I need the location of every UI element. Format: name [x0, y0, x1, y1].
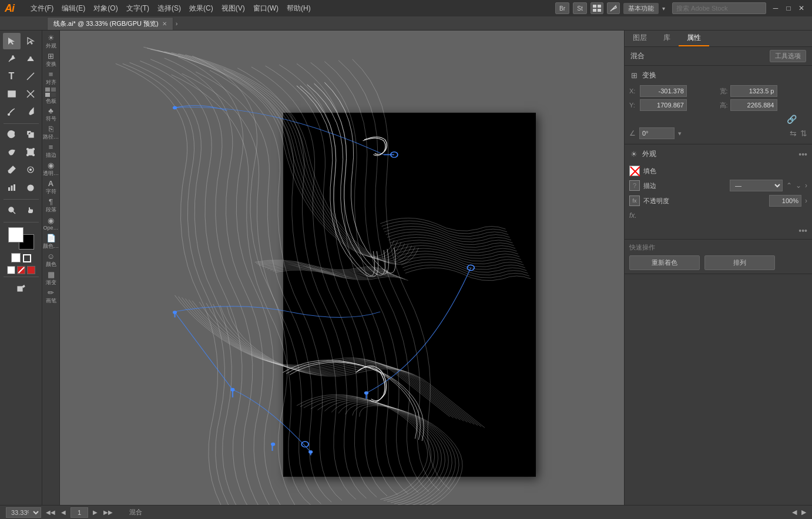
swatch-white[interactable] [7, 266, 15, 274]
warp-tool[interactable] [3, 144, 21, 160]
bar-chart-tool[interactable] [3, 179, 21, 196]
cp-transform[interactable]: ⊞ 变换 [43, 51, 59, 69]
diagonal-tool[interactable] [22, 86, 39, 102]
type-tool[interactable]: T [3, 68, 21, 85]
cp-transparency[interactable]: ◉ 透明… [43, 160, 59, 178]
flip-v-icon[interactable]: ⇅ [800, 129, 807, 138]
layout-button[interactable] [590, 2, 603, 14]
cp-paragraph[interactable]: ¶ 段落 [43, 197, 59, 214]
canvas-area[interactable] [60, 31, 624, 505]
swatch-red2[interactable] [27, 266, 35, 274]
cp-appearance[interactable]: ☀ 外观 [43, 33, 59, 50]
pencil-tool[interactable] [3, 103, 21, 120]
next-page-btn[interactable]: ▶ [92, 509, 99, 515]
stock-search-input[interactable] [672, 2, 766, 14]
cp-stroke[interactable]: ≡ 描边 [43, 142, 59, 160]
status-arrow-left[interactable]: ◀ [792, 508, 797, 516]
swatch-red[interactable] [17, 266, 25, 274]
zoom-select[interactable]: 33.33% 50% 100% [6, 507, 41, 518]
pen-tool-button[interactable] [607, 2, 620, 14]
stroke-style-select[interactable]: — [730, 180, 783, 191]
menu-view[interactable]: 视图(V) [218, 2, 249, 15]
scale-tool[interactable] [22, 126, 39, 143]
flip-h-icon[interactable]: ⇆ [790, 129, 797, 138]
w-input[interactable] [730, 85, 777, 97]
stroke-expand-icon[interactable]: › [805, 181, 807, 190]
tab-close-icon[interactable]: ✕ [162, 21, 167, 27]
stroke-icon[interactable] [23, 254, 31, 262]
menu-object[interactable]: 对象(O) [90, 2, 121, 15]
bridge-button[interactable]: Br [555, 2, 569, 14]
cp-brush[interactable]: ✏ 画笔 [43, 288, 59, 305]
stroke-down-icon[interactable]: ⌄ [796, 181, 801, 190]
pie-chart-tool[interactable] [22, 179, 39, 196]
cp-gradient[interactable]: ▦ 渐变 [43, 269, 59, 287]
page-input[interactable] [71, 507, 88, 518]
fill-color-box[interactable] [629, 166, 640, 176]
hand-tool[interactable] [22, 202, 39, 218]
menu-effect[interactable]: 效果(C) [186, 2, 217, 15]
line-tool[interactable] [22, 68, 39, 85]
menu-text[interactable]: 文字(T) [123, 2, 153, 15]
restore-button[interactable]: □ [783, 2, 794, 14]
cp-swatches[interactable]: 色板 [43, 87, 59, 105]
angle-input[interactable] [639, 127, 675, 139]
doc-tab-active[interactable]: 线条.ai* @ 33.33% (RGB/GPU 预览) ✕ [47, 17, 173, 30]
last-page-btn[interactable]: ▶▶ [102, 509, 114, 515]
tab-library[interactable]: 库 [655, 31, 679, 46]
cp-symbols[interactable]: ♣ 符号 [43, 106, 59, 123]
zoom-tool[interactable] [3, 202, 21, 218]
measure-tool[interactable] [22, 161, 39, 178]
menu-select[interactable]: 选择(S) [154, 2, 184, 15]
opacity-input[interactable] [769, 195, 801, 207]
status-arrow-right[interactable]: ▶ [801, 508, 806, 516]
transform-section-header[interactable]: ⊞ 变换 [625, 68, 812, 83]
cp-opentype[interactable]: ◉ Ope… [43, 215, 59, 232]
appearance-dots-menu[interactable]: ••• [798, 150, 807, 159]
curvature-tool[interactable] [22, 50, 39, 67]
fill-icon[interactable] [11, 253, 21, 262]
menu-file[interactable]: 文件(F) [27, 2, 57, 15]
tab-layers[interactable]: 图层 [625, 31, 655, 46]
stroke-color-box[interactable]: ? [629, 180, 640, 191]
appearance-section-header[interactable]: ☀ 外观 ••• [625, 147, 812, 161]
menu-window[interactable]: 窗口(W) [250, 2, 282, 15]
h-input[interactable] [730, 99, 777, 111]
tool-options-button[interactable]: 工具选项 [770, 50, 806, 62]
first-page-btn[interactable]: ◀◀ [45, 509, 56, 515]
cp-align[interactable]: ≡ 对齐 [43, 69, 59, 87]
tab-properties[interactable]: 属性 [679, 31, 709, 46]
link-proportions-icon[interactable]: 🔗 [787, 114, 797, 124]
close-button[interactable]: ✕ [796, 2, 807, 14]
cp-color-guide[interactable]: 📄 颜色… [43, 233, 59, 251]
rotate-tool[interactable] [3, 126, 21, 143]
appear-more-options[interactable]: ••• [798, 226, 807, 235]
y-input[interactable] [640, 99, 687, 111]
paintbrush-tool[interactable] [22, 103, 39, 120]
free-transform-tool[interactable] [22, 144, 39, 160]
foreground-color-box[interactable] [8, 227, 24, 242]
stroke-up-icon[interactable]: ⌃ [786, 181, 792, 190]
minimize-button[interactable]: ─ [770, 2, 781, 14]
x-input[interactable] [640, 85, 687, 97]
prev-page-btn[interactable]: ◀ [60, 509, 67, 515]
workspace-selector[interactable]: 基本功能 [623, 3, 659, 14]
angle-dropdown[interactable]: ▾ [678, 130, 682, 137]
panel-collapse-arrow[interactable]: › [173, 17, 180, 30]
menu-edit[interactable]: 编辑(E) [58, 2, 89, 15]
recolor-button[interactable]: 重新着色 [629, 255, 700, 270]
menu-help[interactable]: 帮助(H) [283, 2, 314, 15]
pen-tool[interactable] [3, 50, 21, 67]
direct-selection-tool[interactable] [22, 33, 39, 49]
eyedropper-tool[interactable] [3, 161, 21, 178]
arrange-button[interactable]: 排列 [704, 255, 775, 270]
cp-color[interactable]: ☺ 颜色 [43, 251, 59, 269]
rectangle-tool[interactable] [3, 86, 21, 102]
opacity-expand-icon[interactable]: › [805, 197, 807, 205]
workspace-dropdown-icon[interactable]: ▾ [662, 5, 665, 12]
symbol-sprayer-tool[interactable] [12, 279, 30, 296]
stock-button[interactable]: St [573, 2, 587, 14]
selection-tool[interactable] [3, 33, 21, 49]
cp-path[interactable]: ⎘ 路径… [43, 124, 59, 141]
cp-character[interactable]: A 字符 [43, 178, 59, 196]
